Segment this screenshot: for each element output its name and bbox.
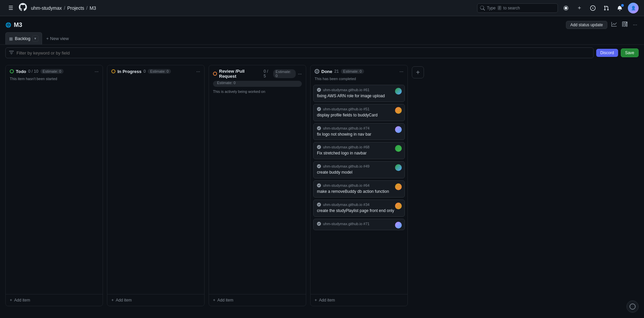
card-repo-row: uhm-studymax.github.io #71 [317, 222, 401, 226]
plus-icon: + [315, 298, 317, 303]
done-subtitle: This has been completed [311, 76, 407, 83]
column-header-todo: Todo0 / 10Estimate: 0··· [6, 65, 103, 76]
review-column-title: Review /Pull Request [219, 69, 262, 79]
check-icon [317, 126, 321, 130]
card-repo-text: uhm-studymax.github.io #49 [323, 164, 369, 168]
backlog-view-tab[interactable]: ▦ Backlog ▾ [5, 32, 42, 44]
plus-button[interactable]: ＋ [574, 3, 585, 13]
card-repo-row: uhm-studymax.github.io #34 [317, 203, 401, 207]
card[interactable]: uhm-studymax.github.io #68Fix stretched … [313, 142, 405, 159]
card[interactable]: uhm-studymax.github.io #71 [313, 219, 405, 230]
notifications-button[interactable] [614, 3, 625, 13]
review-subtitle: This is actively being worked on [209, 89, 306, 96]
add-status-button[interactable]: Add status update [566, 21, 607, 29]
card[interactable]: uhm-studymax.github.io #61fixing AWS ARN… [313, 85, 405, 102]
column-todo: Todo0 / 10Estimate: 0···This item hasn't… [5, 65, 103, 306]
breadcrumb-sep2: / [86, 5, 87, 11]
search-icon [480, 6, 485, 10]
plus-icon: + [10, 298, 12, 303]
card-avatar [395, 222, 402, 228]
filter-input[interactable] [16, 50, 590, 56]
card-title: display profile fields to buddyCard [317, 112, 401, 118]
page-header: 🌐 M3 Add status update ··· [0, 16, 644, 32]
more-options-button[interactable]: ··· [632, 21, 639, 29]
topnav-right: Type / to search ＋ 👤 [477, 3, 639, 13]
chart-view-button[interactable] [610, 20, 618, 30]
card-avatar [395, 107, 402, 114]
breadcrumb-current[interactable]: M3 [90, 5, 96, 11]
search-placeholder: to search [503, 6, 520, 10]
todo-column-footer: + Add item [6, 294, 103, 306]
card[interactable]: uhm-studymax.github.io #51display profil… [313, 104, 405, 121]
card-title: Fix stretched logo in navbar [317, 150, 401, 156]
inprogress-column-more-button[interactable]: ··· [196, 69, 200, 74]
breadcrumb-projects[interactable]: Projects [67, 5, 84, 11]
check-icon [317, 203, 321, 207]
page-title-row: 🌐 M3 [5, 22, 22, 29]
discord-button[interactable]: Discord [596, 49, 618, 57]
search-type-label: Type [487, 6, 496, 10]
check-icon [317, 222, 321, 226]
view-dropdown-button[interactable]: ▾ [32, 35, 38, 42]
inprogress-status-dot [111, 69, 115, 73]
card-title: create buddy model [317, 170, 401, 175]
new-view-button[interactable]: + New view [43, 35, 71, 42]
column-done: Done21Estimate: 0···This has been comple… [310, 65, 408, 306]
save-button[interactable]: Save [621, 48, 639, 57]
hamburger-menu-button[interactable]: ☰ [5, 3, 16, 13]
card-repo-text: uhm-studymax.github.io #71 [323, 222, 369, 226]
card-repo-row: uhm-studymax.github.io #74 [317, 126, 401, 130]
check-icon [317, 145, 321, 149]
new-view-label: New view [50, 36, 69, 41]
done-column-body: uhm-studymax.github.io #61fixing AWS ARN… [311, 83, 407, 294]
card-repo-text: uhm-studymax.github.io #64 [323, 183, 369, 187]
page-title: M3 [14, 22, 22, 29]
todo-column-title: Todo [16, 69, 26, 74]
inprogress-add-item-button[interactable]: + Add item [111, 297, 132, 303]
card[interactable]: uhm-studymax.github.io #34create the stu… [313, 200, 405, 217]
filter-input-wrap[interactable] [5, 47, 594, 58]
card-avatar [395, 203, 402, 209]
inprogress-column-title: In Progress [117, 69, 142, 74]
done-status-icon [315, 69, 319, 74]
card-title: create the studyPlaylist page front end … [317, 208, 401, 214]
breadcrumb-org[interactable]: uhm-studymax [31, 5, 62, 11]
review-add-item-button[interactable]: + Add item [213, 297, 233, 303]
breadcrumb: uhm-studymax / Projects / M3 [31, 5, 96, 11]
check-icon [317, 164, 321, 168]
inprogress-column-body [107, 76, 204, 294]
review-column-more-button[interactable]: ··· [298, 71, 302, 76]
todo-column-body [6, 83, 103, 294]
done-add-item-button[interactable]: + Add item [315, 297, 335, 303]
global-search[interactable]: Type / to search [477, 3, 558, 13]
todo-add-item-button[interactable]: + Add item [10, 297, 30, 303]
globe-icon: 🌐 [5, 22, 11, 28]
card[interactable]: uhm-studymax.github.io #74fix logo not s… [313, 123, 405, 140]
inprogress-column-footer: + Add item [107, 294, 204, 306]
column-header-done: Done21Estimate: 0··· [311, 65, 407, 76]
copilot-float-button[interactable] [627, 301, 639, 313]
copilot-nav-button[interactable] [561, 3, 571, 13]
todo-column-count: 0 / 10 [28, 69, 38, 74]
review-status-dot [213, 72, 217, 76]
card-repo-text: uhm-studymax.github.io #61 [323, 88, 369, 92]
todo-subtitle: This item hasn't been started [6, 76, 103, 83]
card[interactable]: uhm-studymax.github.io #49create buddy m… [313, 161, 405, 178]
user-avatar[interactable]: 👤 [628, 3, 639, 13]
add-item-label: Add item [217, 298, 233, 303]
done-column-more-button[interactable]: ··· [399, 69, 403, 74]
card-repo-text: uhm-studymax.github.io #68 [323, 145, 369, 149]
card-repo-text: uhm-studymax.github.io #34 [323, 203, 369, 207]
add-column-button[interactable]: + [412, 66, 424, 78]
todo-status-dot [10, 69, 14, 73]
todo-column-more-button[interactable]: ··· [95, 69, 99, 74]
card-title: fix logo not showing in nav bar [317, 132, 401, 137]
pullrequest-button[interactable] [601, 3, 612, 13]
table-view-button[interactable] [621, 20, 629, 30]
plus-icon: + [213, 298, 215, 303]
check-icon [317, 88, 321, 92]
add-item-label: Add item [116, 298, 132, 303]
card[interactable]: uhm-studymax.github.io #64make a removeB… [313, 180, 405, 198]
card-repo-text: uhm-studymax.github.io #51 [323, 107, 369, 111]
issues-button[interactable] [587, 3, 598, 13]
